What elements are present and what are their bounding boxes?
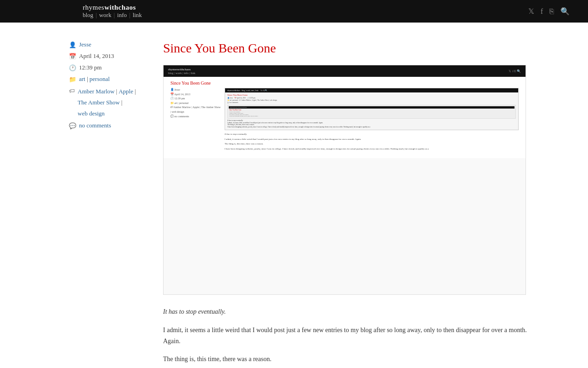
category-meta: 📁 art | personal bbox=[69, 75, 149, 83]
comments-meta: 💬 no comments bbox=[69, 122, 149, 130]
tag-amber-marlow[interactable]: Amber Marlow bbox=[78, 87, 115, 97]
sim-nested-screenshot: rhymeswithchaos blog | work | info | lin… bbox=[225, 88, 519, 130]
tags-list: Amber Marlow | Apple | The Amber Show | … bbox=[78, 87, 149, 118]
top-navigation: rhymeswithchaos blog | work | info | lin… bbox=[0, 0, 588, 23]
page-layout: 👤 Jesse 📅 April 14, 2013 🕐 12:39 pm 📁 ar… bbox=[41, 23, 547, 368]
nav-sep-2: | bbox=[113, 12, 115, 19]
comments-link[interactable]: no comments bbox=[79, 122, 111, 129]
time-icon: 🕐 bbox=[69, 64, 76, 72]
paragraph-2: The thing is, this time, there was a rea… bbox=[163, 354, 537, 365]
category-art[interactable]: art bbox=[79, 75, 85, 82]
tags-sep-1: | bbox=[116, 87, 118, 97]
author-icon: 👤 bbox=[69, 41, 76, 49]
tag-web-design[interactable]: web design bbox=[78, 109, 105, 119]
main-content: Since You Been Gone rhymeswithchaos blog… bbox=[163, 41, 537, 368]
rss-icon[interactable]: ⎘ bbox=[549, 7, 554, 16]
tag-amber-show[interactable]: The Amber Show bbox=[78, 98, 120, 108]
date-meta: 📅 April 14, 2013 bbox=[69, 52, 149, 60]
category-icon: 📁 bbox=[69, 76, 76, 83]
comments-icon: 💬 bbox=[69, 122, 76, 130]
author-meta: 👤 Jesse bbox=[69, 41, 149, 49]
sim-content: Since You Been Gone 👤 Jesse 📅 April 14, … bbox=[164, 77, 526, 158]
nav-info[interactable]: info bbox=[117, 12, 127, 19]
sim-title: Since You Been Gone bbox=[170, 80, 519, 86]
brand-bold: withchaos bbox=[104, 4, 136, 11]
date-icon: 📅 bbox=[69, 53, 76, 60]
post-time: 12:39 pm bbox=[79, 64, 102, 71]
paragraph-1: I admit, it seems a little weird that I … bbox=[163, 325, 537, 347]
facebook-icon[interactable]: f bbox=[541, 7, 543, 16]
author-link[interactable]: Jesse bbox=[79, 41, 91, 48]
tags-sep-2: | bbox=[135, 87, 136, 97]
time-meta: 🕐 12:39 pm bbox=[69, 64, 149, 72]
twitter-icon[interactable]: 𝕏 bbox=[528, 7, 534, 16]
site-brand: rhymeswithchaos bbox=[83, 4, 142, 12]
sim-sidebar: 👤 Jesse 📅 April 14, 2013 🕐 12:39 pm 📁 ar… bbox=[170, 88, 221, 152]
category-links: art | personal bbox=[79, 75, 110, 83]
sim-brand-area: rhymeswithchaos blog | work | info | lin… bbox=[168, 68, 195, 75]
nav-work[interactable]: work bbox=[99, 12, 112, 19]
tag-apple[interactable]: Apple bbox=[119, 87, 133, 97]
sidebar: 👤 Jesse 📅 April 14, 2013 🕐 12:39 pm 📁 ar… bbox=[69, 41, 149, 368]
post-title: Since You Been Gone bbox=[163, 41, 537, 56]
italic-paragraph: It has to stop eventually. bbox=[163, 306, 537, 317]
brand-prefix: rhymes bbox=[83, 4, 104, 11]
article-body: It has to stop eventually. I admit, it s… bbox=[163, 306, 537, 368]
nav-sep-3: | bbox=[129, 12, 130, 19]
sim-main-area: rhymeswithchaos blog | work | info | lin… bbox=[225, 88, 519, 152]
brand-area: rhymeswithchaos blog | work | info | lin… bbox=[0, 4, 142, 19]
social-icons-area: 𝕏 f ⎘ 🔍 bbox=[528, 7, 588, 16]
search-icon[interactable]: 🔍 bbox=[560, 7, 570, 16]
post-date: April 14, 2013 bbox=[79, 52, 114, 60]
tags-meta: 🏷 Amber Marlow | Apple | The Amber Show … bbox=[69, 87, 149, 118]
sim-nav: rhymeswithchaos blog | work | info | lin… bbox=[164, 65, 526, 77]
tags-icon: 🏷 bbox=[69, 87, 75, 95]
sim-article-text: It has to stop eventually. I admit, it s… bbox=[225, 132, 519, 150]
nav-sep-1: | bbox=[96, 12, 97, 19]
post-screenshot: rhymeswithchaos blog | work | info | lin… bbox=[163, 65, 526, 295]
main-nav-links[interactable]: blog | work | info | link bbox=[83, 12, 142, 19]
nav-blog[interactable]: blog bbox=[83, 12, 93, 19]
category-personal[interactable]: personal bbox=[90, 75, 110, 82]
tags-sep-3: | bbox=[121, 98, 123, 108]
nav-link[interactable]: link bbox=[133, 12, 142, 19]
